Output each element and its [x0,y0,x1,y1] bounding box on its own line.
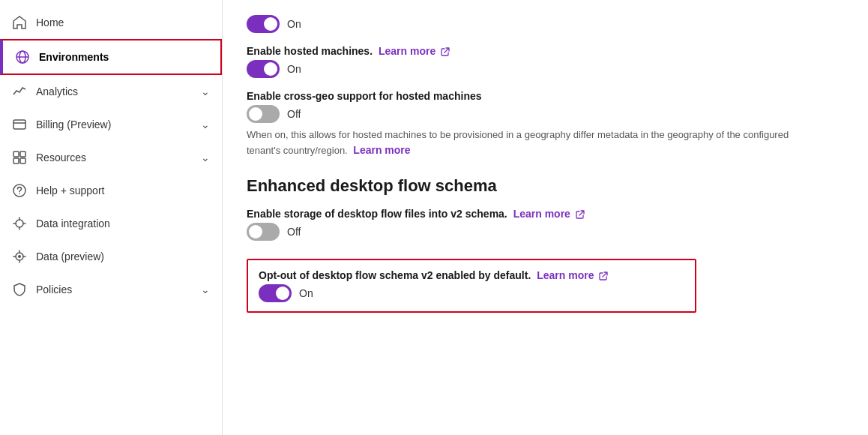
sidebar-item-data-preview[interactable]: Data (preview) [0,240,222,273]
storage-learn-more[interactable]: Learn more [513,208,570,220]
sidebar-item-environments[interactable]: Environments [0,39,222,75]
cross-geo-toggle-label: Off [287,108,301,120]
sidebar: Home Environments Analytics ⌄ Billing [0,0,223,435]
opt-out-label: Opt-out of desktop flow schema v2 enable… [259,269,531,281]
sidebar-item-home-label: Home [36,16,210,28]
top-toggle-label: On [287,18,301,30]
svg-point-9 [13,184,25,196]
enhanced-schema-section: Enhanced desktop flow schema Enable stor… [247,176,844,314]
svg-rect-7 [13,158,19,164]
billing-icon [12,117,27,132]
sidebar-item-analytics-label: Analytics [36,86,201,98]
globe-icon [15,50,30,64]
hosted-machines-label: Enable hosted machines. [247,45,373,57]
opt-out-toggle-label: On [299,287,313,299]
storage-knob [249,225,262,238]
sidebar-item-billing-label: Billing (Preview) [36,118,201,130]
policies-chevron-icon: ⌄ [201,284,210,296]
sidebar-item-analytics[interactable]: Analytics ⌄ [0,75,222,108]
cross-geo-label-row: Enable cross-geo support for hosted mach… [247,90,844,102]
cross-geo-learn-more[interactable]: Learn more [353,144,410,156]
sidebar-item-help-label: Help + support [36,184,210,196]
hosted-machines-row: Enable hosted machines. Learn more On [247,45,844,78]
svg-point-13 [18,255,21,258]
hosted-machines-toggle[interactable] [247,60,280,78]
data-integration-icon [12,216,27,231]
hosted-machines-toggle-label: On [287,63,301,75]
svg-rect-8 [20,158,25,164]
sidebar-item-resources[interactable]: Resources ⌄ [0,141,222,174]
sidebar-item-data-integration-label: Data integration [36,218,210,230]
storage-setting-label: Enable storage of desktop flow files int… [247,208,507,220]
cross-geo-description: When on, this allows for hosted machines… [247,128,816,158]
opt-out-toggle-row: On [259,284,684,302]
storage-setting-row: Enable storage of desktop flow files int… [247,208,844,241]
sidebar-item-home[interactable]: Home [0,6,222,39]
storage-external-icon [576,209,586,220]
cross-geo-row: Enable cross-geo support for hosted mach… [247,90,844,158]
chart-icon [12,84,27,99]
help-icon [12,183,27,198]
svg-point-10 [19,193,20,194]
svg-point-11 [16,220,23,227]
sidebar-item-resources-label: Resources [36,152,201,164]
opt-out-toggle[interactable] [259,284,292,302]
cross-geo-toggle[interactable] [247,105,280,123]
sidebar-item-policies[interactable]: Policies ⌄ [0,273,222,306]
opt-out-knob [276,286,289,300]
hosted-machines-knob [264,62,277,76]
analytics-chevron-icon: ⌄ [201,86,210,98]
top-toggle[interactable] [247,15,280,33]
sidebar-item-data-preview-label: Data (preview) [36,250,210,262]
svg-rect-5 [13,152,19,157]
policies-icon [12,282,27,297]
storage-toggle-row: Off [247,223,844,241]
opt-out-external-icon [599,271,609,281]
storage-setting-label-row: Enable storage of desktop flow files int… [247,208,844,220]
enhanced-schema-title: Enhanced desktop flow schema [247,176,844,196]
storage-toggle[interactable] [247,223,280,241]
hosted-machines-toggle-row: On [247,60,844,78]
sidebar-item-environments-label: Environments [39,51,208,63]
sidebar-item-policies-label: Policies [36,284,201,296]
top-toggle-row: On [247,15,844,33]
resources-icon [12,150,27,165]
top-toggle-knob [264,17,277,31]
sidebar-item-billing[interactable]: Billing (Preview) ⌄ [0,108,222,141]
resources-chevron-icon: ⌄ [201,152,210,164]
opt-out-label-row: Opt-out of desktop flow schema v2 enable… [259,269,684,281]
svg-rect-6 [20,152,25,157]
main-content: On Enable hosted machines. Learn more On… [223,0,868,435]
storage-toggle-label: Off [287,226,301,238]
billing-chevron-icon: ⌄ [201,118,210,130]
home-icon [12,15,27,30]
svg-rect-3 [13,120,25,129]
hosted-machines-label-row: Enable hosted machines. Learn more [247,45,844,57]
cross-geo-knob [249,107,262,121]
sidebar-item-data-integration[interactable]: Data integration [0,207,222,240]
opt-out-learn-more[interactable]: Learn more [537,269,594,281]
hosted-machines-external-icon [441,46,451,57]
cross-geo-label: Enable cross-geo support for hosted mach… [247,90,482,102]
data-preview-icon [12,249,27,264]
sidebar-item-help[interactable]: Help + support [0,174,222,207]
hosted-machines-learn-more[interactable]: Learn more [379,45,435,57]
cross-geo-toggle-row: Off [247,105,844,123]
opt-out-highlighted-section: Opt-out of desktop flow schema v2 enable… [247,259,696,313]
